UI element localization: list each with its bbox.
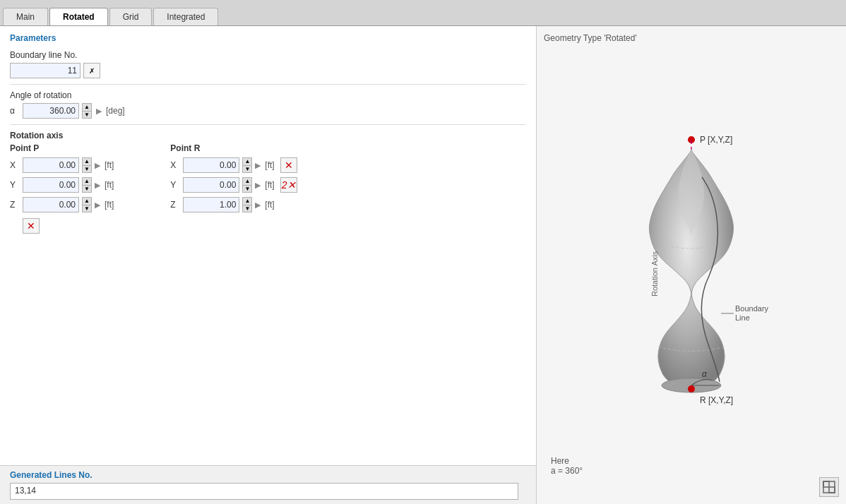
- main-content: Parameters Boundary line No. ✗ Angle of …: [0, 25, 846, 504]
- p-y-spin: ▲ ▼: [82, 177, 92, 193]
- point-p-y-input[interactable]: [23, 177, 79, 193]
- alpha-label-text: α: [702, 369, 708, 379]
- tab-grid[interactable]: Grid: [109, 8, 153, 25]
- angle-row: α ▲ ▼ ▶ [deg]: [10, 103, 526, 119]
- p-y-spin-up[interactable]: ▲: [82, 177, 92, 185]
- export-button[interactable]: [819, 477, 839, 497]
- axis-cols: Point P X ▲ ▼ ▶ [ft] Y: [10, 143, 526, 238]
- boundary-line-input[interactable]: [10, 63, 81, 78]
- point-p-z-row: Z ▲ ▼ ▶ [ft]: [10, 197, 114, 212]
- point-r-z-row: Z ▲ ▼ ▶ [ft]: [170, 197, 297, 212]
- point-r-pick-btn[interactable]: ✕: [280, 157, 297, 173]
- r-x-spin-down[interactable]: ▼: [242, 165, 252, 173]
- pick-p-icon: ✕: [27, 220, 35, 232]
- p-z-label: Z: [10, 200, 20, 210]
- angle-spin-up[interactable]: ▲: [82, 103, 92, 111]
- bottom-area: Generated Lines No. 13,14: [0, 465, 536, 504]
- rotated-diagram-svg: P [X,Y,Z] R [X,Y,Z] Rotation Axis Bounda…: [578, 110, 804, 435]
- point-p-z-input[interactable]: [23, 197, 79, 212]
- r-y-spin: ▲ ▼: [242, 177, 252, 193]
- p-y-spin-down[interactable]: ▼: [82, 185, 92, 193]
- note-line1: Here: [551, 456, 583, 466]
- p-x-unit: [ft]: [105, 160, 114, 170]
- boundary-line-label-text2: Line: [735, 313, 750, 322]
- r-y-spin-up[interactable]: ▲: [242, 177, 252, 185]
- point-p-x-row: X ▲ ▼ ▶ [ft]: [10, 157, 114, 173]
- p-label-text: P [X,Y,Z]: [700, 135, 732, 145]
- alpha-label: α: [10, 106, 20, 116]
- point-r-z-input[interactable]: [183, 197, 239, 212]
- point-p-y-row: Y ▲ ▼ ▶ [ft]: [10, 177, 114, 193]
- r-z-spin: ▲ ▼: [242, 197, 252, 212]
- boundary-line-row: ✗: [10, 63, 526, 78]
- p-y-label: Y: [10, 180, 20, 190]
- boundary-pick-btn[interactable]: ✗: [83, 63, 100, 78]
- p-x-spin-up[interactable]: ▲: [82, 157, 92, 165]
- angle-spin: ▲ ▼: [82, 103, 92, 119]
- right-panel: Geometry Type 'Rotated': [537, 26, 846, 504]
- r-y-spin-down[interactable]: ▼: [242, 185, 252, 193]
- p-z-spin-down[interactable]: ▼: [82, 205, 92, 212]
- point-p-pick-row: ✕: [10, 218, 114, 234]
- r-x-label: X: [170, 160, 180, 170]
- parameters-title: Parameters: [10, 33, 526, 43]
- point-r-x-input[interactable]: [183, 157, 239, 173]
- point-r-dot: [688, 385, 695, 392]
- r-x-unit: [ft]: [265, 160, 274, 170]
- r-y-label: Y: [170, 180, 180, 190]
- diagram-note: Here a = 360°: [551, 456, 583, 476]
- point-p-x-input[interactable]: [23, 157, 79, 173]
- export-icon: [823, 481, 835, 493]
- point-r-col: Point R X ▲ ▼ ▶ [ft] ✕: [170, 143, 297, 238]
- r-z-spin-down[interactable]: ▼: [242, 205, 252, 212]
- svg-rect-2: [829, 487, 835, 493]
- left-panel: Parameters Boundary line No. ✗ Angle of …: [0, 26, 537, 504]
- params-area: Parameters Boundary line No. ✗ Angle of …: [0, 26, 536, 465]
- p-x-spin: ▲ ▼: [82, 157, 92, 173]
- rotation-axis-label-text: Rotation Axis: [650, 251, 659, 296]
- angle-rotation-label: Angle of rotation: [10, 90, 526, 100]
- p-z-spin: ▲ ▼: [82, 197, 92, 212]
- r-z-label: Z: [170, 200, 180, 210]
- p-y-unit: [ft]: [105, 180, 114, 190]
- generated-lines-value: 13,14: [10, 483, 518, 500]
- r-x-spin: ▲ ▼: [242, 157, 252, 173]
- tab-main[interactable]: Main: [3, 8, 48, 25]
- p-z-unit: [ft]: [105, 200, 114, 210]
- r-x-spin-up[interactable]: ▲: [242, 157, 252, 165]
- pick-r2-icon: 2✕: [282, 179, 296, 191]
- point-r2-pick-btn[interactable]: 2✕: [280, 177, 297, 193]
- r-z-unit: [ft]: [265, 200, 274, 210]
- note-line2: a = 360°: [551, 466, 583, 476]
- r-z-spin-up[interactable]: ▲: [242, 197, 252, 205]
- svg-rect-1: [823, 481, 829, 487]
- boundary-line-label-text: Boundary: [735, 304, 769, 313]
- angle-input[interactable]: [23, 103, 79, 119]
- geometry-type-label: Geometry Type 'Rotated': [544, 33, 839, 43]
- p-z-spin-up[interactable]: ▲: [82, 197, 92, 205]
- r-label-text: R [X,Y,Z]: [700, 395, 733, 405]
- boundary-line-label: Boundary line No.: [10, 50, 526, 60]
- angle-spin-down[interactable]: ▼: [82, 111, 92, 119]
- rotation-axis-label: Rotation axis: [10, 131, 526, 140]
- tab-integrated[interactable]: Integrated: [153, 8, 218, 25]
- r-y-unit: [ft]: [265, 180, 274, 190]
- angle-unit: [deg]: [106, 106, 125, 116]
- point-p-title: Point P: [10, 143, 114, 153]
- point-r-x-row: X ▲ ▼ ▶ [ft] ✕: [170, 157, 297, 173]
- point-p-pick-btn[interactable]: ✕: [23, 218, 40, 234]
- pick-cursor-icon: ✗: [89, 67, 95, 75]
- generated-lines-label: Generated Lines No.: [10, 470, 526, 480]
- p-x-spin-down[interactable]: ▼: [82, 165, 92, 173]
- pick-r-icon: ✕: [285, 160, 293, 171]
- p-x-label: X: [10, 160, 20, 170]
- point-r-title: Point R: [170, 143, 297, 153]
- tab-rotated[interactable]: Rotated: [49, 8, 108, 25]
- diagram-area: P [X,Y,Z] R [X,Y,Z] Rotation Axis Bounda…: [544, 47, 839, 497]
- point-r-y-row: Y ▲ ▼ ▶ [ft] 2✕: [170, 177, 297, 193]
- tab-bar: Main Rotated Grid Integrated: [0, 0, 846, 25]
- point-p-col: Point P X ▲ ▼ ▶ [ft] Y: [10, 143, 114, 238]
- point-r-y-input[interactable]: [183, 177, 239, 193]
